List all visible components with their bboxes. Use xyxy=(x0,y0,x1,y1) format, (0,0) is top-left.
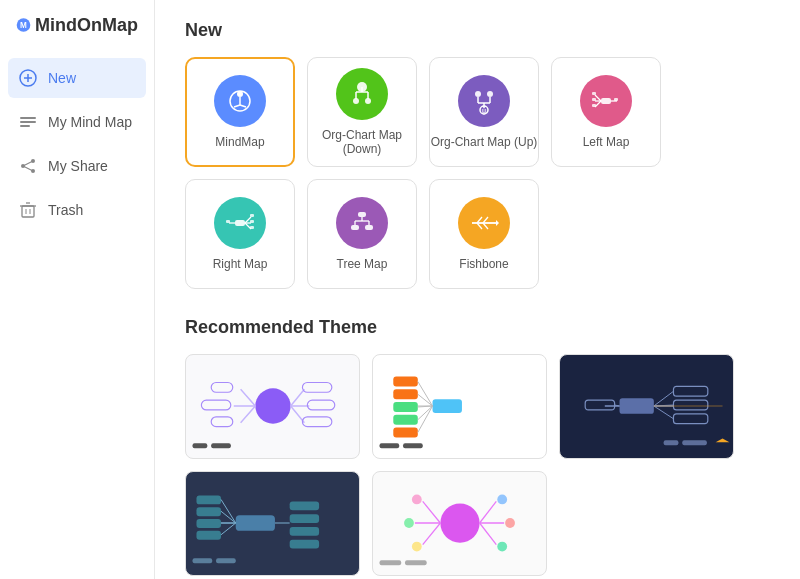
mindmap-icon xyxy=(214,75,266,127)
svg-point-135 xyxy=(412,495,422,505)
svg-rect-111 xyxy=(682,440,707,445)
svg-rect-145 xyxy=(405,560,427,565)
sidebar-item-trash[interactable]: Trash xyxy=(8,190,146,230)
svg-line-140 xyxy=(480,523,497,545)
svg-rect-13 xyxy=(22,206,34,217)
main-content: New MindMap xyxy=(155,0,800,579)
svg-marker-68 xyxy=(496,220,499,226)
new-icon xyxy=(18,68,38,88)
svg-rect-80 xyxy=(307,400,334,410)
svg-line-124 xyxy=(221,523,236,535)
theme-card-5[interactable] xyxy=(372,471,547,576)
sidebar-item-new[interactable]: New xyxy=(8,58,146,98)
svg-line-134 xyxy=(423,523,441,545)
theme-card-1[interactable] xyxy=(185,354,360,459)
fishbone-icon xyxy=(458,197,510,249)
svg-rect-73 xyxy=(211,382,233,392)
theme-card-2[interactable] xyxy=(372,354,547,459)
treemap-label: Tree Map xyxy=(337,257,388,271)
svg-rect-120 xyxy=(196,531,221,540)
svg-point-142 xyxy=(505,518,515,528)
svg-rect-45 xyxy=(592,104,596,107)
new-section-title: New xyxy=(185,20,770,41)
svg-rect-125 xyxy=(290,501,319,510)
svg-rect-87 xyxy=(393,389,418,399)
logo: M MindOnMap xyxy=(0,0,154,56)
svg-rect-103 xyxy=(673,414,707,424)
sidebar-item-label-trash: Trash xyxy=(48,202,83,218)
svg-line-22 xyxy=(240,105,246,107)
orgchartdown-label: Org-Chart Map (Down) xyxy=(308,128,416,156)
svg-rect-96 xyxy=(380,443,400,448)
svg-line-106 xyxy=(654,406,674,419)
svg-rect-129 xyxy=(193,558,213,563)
svg-point-131 xyxy=(440,503,479,542)
svg-rect-47 xyxy=(235,220,245,226)
svg-line-70 xyxy=(241,389,256,406)
svg-line-109 xyxy=(561,355,693,441)
svg-rect-89 xyxy=(393,415,418,425)
svg-rect-81 xyxy=(302,417,331,427)
sidebar-item-label-myshare: My Share xyxy=(48,158,108,174)
trash-icon xyxy=(18,200,38,220)
svg-rect-98 xyxy=(620,398,654,414)
svg-line-76 xyxy=(291,389,305,406)
mindmap-label: MindMap xyxy=(215,135,264,149)
svg-point-30 xyxy=(475,91,481,97)
svg-rect-56 xyxy=(358,212,366,217)
svg-rect-128 xyxy=(290,540,319,549)
orgchartdown-icon xyxy=(336,68,388,120)
svg-rect-119 xyxy=(196,519,221,528)
logo-text: MindOnMap xyxy=(35,15,138,36)
svg-point-136 xyxy=(404,518,414,528)
svg-point-141 xyxy=(497,495,507,505)
theme-card-3[interactable] xyxy=(559,354,734,459)
map-card-orgchartup[interactable]: ψ Org-Chart Map (Up) xyxy=(429,57,539,167)
map-card-rightmap[interactable]: Right Map xyxy=(185,179,295,289)
rightmap-label: Right Map xyxy=(213,257,268,271)
svg-rect-126 xyxy=(290,514,319,523)
map-card-leftmap[interactable]: Left Map xyxy=(551,57,661,167)
svg-marker-112 xyxy=(716,438,730,442)
theme-card-4[interactable] xyxy=(185,471,360,576)
map-card-orgchartdown[interactable]: Org-Chart Map (Down) xyxy=(307,57,417,167)
svg-rect-82 xyxy=(193,443,208,448)
svg-rect-79 xyxy=(302,382,331,392)
svg-rect-61 xyxy=(351,225,359,230)
map-card-treemap[interactable]: Tree Map xyxy=(307,179,417,289)
svg-rect-110 xyxy=(664,440,679,445)
svg-point-28 xyxy=(365,98,371,104)
svg-line-121 xyxy=(221,499,236,523)
svg-line-94 xyxy=(418,406,433,420)
svg-rect-5 xyxy=(20,117,36,119)
logo-icon: M xyxy=(16,14,31,36)
leftmap-label: Left Map xyxy=(583,135,630,149)
sidebar-item-mymindmap[interactable]: My Mind Map xyxy=(8,102,146,142)
svg-rect-55 xyxy=(226,220,230,223)
svg-line-21 xyxy=(234,105,240,107)
svg-text:ψ: ψ xyxy=(482,107,487,115)
orgchartup-label: Org-Chart Map (Up) xyxy=(431,135,538,149)
svg-rect-7 xyxy=(20,125,30,127)
svg-rect-52 xyxy=(250,220,254,223)
svg-rect-114 xyxy=(236,515,275,531)
svg-line-95 xyxy=(418,406,433,432)
svg-point-19 xyxy=(237,91,243,97)
map-card-mindmap[interactable]: MindMap xyxy=(185,57,295,167)
recommended-section-title: Recommended Theme xyxy=(185,317,770,338)
map-card-fishbone[interactable]: Fishbone xyxy=(429,179,539,289)
svg-rect-107 xyxy=(585,400,614,410)
theme-grid xyxy=(185,354,770,576)
svg-rect-102 xyxy=(673,400,707,410)
svg-rect-101 xyxy=(673,386,707,396)
sidebar: M MindOnMap New My Mind Map xyxy=(0,0,155,579)
sidebar-item-myshare[interactable]: My Share xyxy=(8,146,146,186)
myshare-icon xyxy=(18,156,38,176)
svg-line-12 xyxy=(23,166,33,171)
svg-rect-130 xyxy=(216,558,236,563)
svg-rect-88 xyxy=(393,402,418,412)
svg-rect-51 xyxy=(250,214,254,217)
svg-line-122 xyxy=(221,511,236,523)
svg-rect-43 xyxy=(592,92,596,95)
rightmap-icon xyxy=(214,197,266,249)
